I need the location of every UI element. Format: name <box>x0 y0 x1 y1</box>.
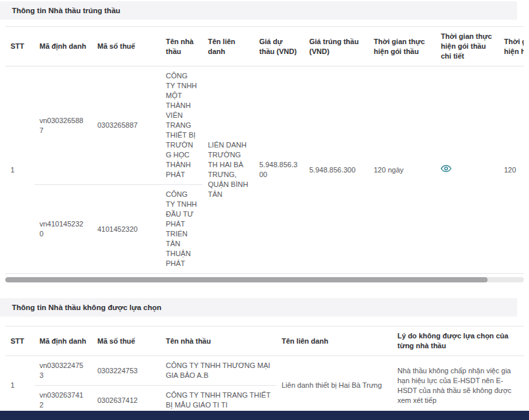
eye-icon[interactable] <box>441 165 451 172</box>
winners-col-stt: STT <box>5 27 34 66</box>
member-name-cell: CÔNG TY TNHH MỘT THÀNH VIÊN TRANG THIẾT … <box>161 66 203 185</box>
winners-col-contract-duration: Thời gian thực hiện hợp đồng <box>499 27 524 66</box>
section-header-winners: Thông tin Nhà thầu trúng thầu <box>0 1 517 20</box>
rejected-col-id: Mã định danh <box>34 327 92 356</box>
rejected-col-jv: Tên liên danh <box>276 327 392 356</box>
winners-col-id: Mã định danh <box>34 27 92 66</box>
horizontal-scrollbar-track[interactable] <box>5 277 524 282</box>
rejected-col-name: Tên nhà thầu <box>161 327 276 356</box>
winners-col-tax: Mã số thuế <box>92 27 161 66</box>
member-id-cell: vn4101452320 <box>34 185 92 274</box>
member-name-cell: CÔNG TY TNHH ĐẦU TƯ PHÁT TRIỂN TÂN THUẬN… <box>161 185 203 274</box>
winners-table: STT Mã định danh Mã số thuế Tên nhà thầu… <box>5 26 524 274</box>
member-id-cell: vn0303265887 <box>34 66 92 185</box>
winners-col-bid-price: Giá dự thầu (VND) <box>254 27 304 66</box>
win-price-cell: 5.948.856.300 <box>304 66 368 274</box>
winners-col-duration-detail: Thời gian thực hiện gói thầu chi tiết <box>436 27 499 66</box>
horizontal-scrollbar-thumb[interactable] <box>5 277 488 282</box>
reason-cell: Nhà thầu không chấp nhận việc gia hạn hi… <box>392 356 524 415</box>
rejected-row-1-member-1: 1 vn0303224753 0303224753 CÔNG TY TNHH T… <box>5 356 524 386</box>
rejected-col-tax: Mã số thuế <box>92 327 161 356</box>
contract-duration-cell: 120 <box>499 66 524 274</box>
rejected-stt-cell: 1 <box>5 356 34 415</box>
winners-stt-cell: 1 <box>5 66 34 274</box>
duration-detail-cell <box>436 66 499 274</box>
rejected-col-reason: Lý do không được lựa chọn của từng nhà t… <box>392 327 524 356</box>
jv-name-cell: LIÊN DANH TRƯỜNG TH HAI BÀ TRƯNG, QUẬN B… <box>203 66 254 274</box>
winners-section-title: Thông tin Nhà thầu trúng thầu <box>12 7 120 14</box>
rejected-section-title: Thông tin Nhà thầu không được lựa chọn <box>12 303 161 311</box>
jv-name-cell: Liên danh thiết bị Hai Bà Trưng <box>276 356 392 415</box>
winners-col-jv: Tên liên danh <box>203 27 254 66</box>
bid-price-cell: 5.948.856.300 <box>254 66 304 274</box>
member-tax-cell: 4101452320 <box>92 185 161 274</box>
rejected-col-stt: STT <box>5 327 34 356</box>
page-footer-bar <box>0 411 529 420</box>
rejected-table-viewport: STT Mã định danh Mã số thuế Tên nhà thầu… <box>5 326 524 420</box>
winners-col-duration: Thời gian thực hiện gói thầu <box>368 27 436 66</box>
rejected-header-row: STT Mã định danh Mã số thuế Tên nhà thầu… <box>5 327 524 356</box>
winners-header-row: STT Mã định danh Mã số thuế Tên nhà thầu… <box>5 27 524 66</box>
section-header-rejected: Thông tin Nhà thầu không được lựa chọn <box>0 298 517 317</box>
winners-col-win-price: Giá trúng thầu (VND) <box>304 27 368 66</box>
member-name-cell: CÔNG TY TNHH THƯƠNG MẠI GIA BẢO A.B <box>161 356 276 386</box>
member-tax-cell: 0303265887 <box>92 66 161 185</box>
winners-table-viewport[interactable]: STT Mã định danh Mã số thuế Tên nhà thầu… <box>5 26 524 274</box>
member-id-cell: vn0303224753 <box>34 356 92 386</box>
member-tax-cell: 0303224753 <box>92 356 161 386</box>
winners-col-name: Tên nhà thầu <box>161 27 203 66</box>
winners-row-member-1: 1 vn0303265887 0303265887 CÔNG TY TNHH M… <box>5 66 524 185</box>
rejected-table: STT Mã định danh Mã số thuế Tên nhà thầu… <box>5 326 524 420</box>
duration-cell: 120 ngày <box>368 66 436 274</box>
